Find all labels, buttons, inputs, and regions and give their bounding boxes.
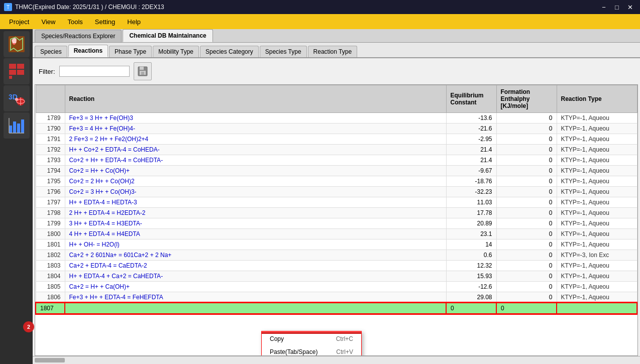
col-header-num bbox=[36, 85, 65, 113]
window-controls: − □ ✕ bbox=[598, 2, 636, 12]
tab-species-reactions-explorer[interactable]: Species/Reactions Explorer bbox=[35, 30, 122, 42]
col-header-type: Reaction Type bbox=[557, 85, 637, 113]
table-row[interactable]: 1793 Co+2 + H+ + EDTA-4 = CoHEDTA- 21.4 … bbox=[36, 155, 637, 166]
edit-reaction-input[interactable] bbox=[69, 305, 270, 312]
context-menu: Copy Ctrl+C Paste(Tab/Space) Ctrl+V Past… bbox=[261, 331, 362, 356]
tab-reactions[interactable]: Reactions bbox=[68, 45, 108, 57]
edit-num-input[interactable] bbox=[40, 305, 60, 312]
svg-rect-4 bbox=[17, 64, 24, 69]
table-container: Reaction EquilibriumConstant FormationEn… bbox=[35, 84, 638, 356]
table-row[interactable]: 1799 3 H+ + EDTA-4 = H3EDTA- 20.89 0 KTY… bbox=[36, 218, 637, 229]
close-button[interactable]: ✕ bbox=[624, 2, 636, 12]
svg-rect-7 bbox=[9, 76, 12, 79]
table-row[interactable]: 1801 H+ + OH- = H2O(l) 14 0 KTYP=-1, Aqu… bbox=[36, 239, 637, 250]
menu-project[interactable]: Project bbox=[4, 16, 34, 28]
content-area: Species/Reactions Explorer Chemical DB M… bbox=[33, 29, 640, 364]
svg-rect-13 bbox=[13, 122, 16, 133]
table-row[interactable]: 1802 Ca+2 + 2 601Na+ = 601Ca+2 + 2 Na+ 0… bbox=[36, 250, 637, 261]
edit-eq-input[interactable] bbox=[451, 305, 491, 312]
badge-2: 2 bbox=[23, 321, 34, 332]
table-row[interactable]: 1803 Ca+2 + EDTA-4 = CaEDTA-2 12.32 0 KT… bbox=[36, 261, 637, 271]
menu-tools[interactable]: Tools bbox=[62, 16, 87, 28]
edit-type-input[interactable] bbox=[561, 305, 631, 312]
tab-phase-type[interactable]: Phase Type bbox=[109, 46, 152, 57]
table-row[interactable]: 1794 Co+2 = H+ + Co(OH)+ -9.67 0 KTYP=-1… bbox=[36, 166, 637, 176]
table-row[interactable]: 1798 2 H+ + EDTA-4 = H2EDTA-2 17.78 0 KT… bbox=[36, 208, 637, 218]
tab-chemical-db[interactable]: Chemical DB Maintainance bbox=[123, 29, 212, 42]
table-row[interactable]: 1789 Fe+3 = 3 H+ + Fe(OH)3 -13.6 0 KTYP=… bbox=[36, 113, 637, 124]
tab-species-type[interactable]: Species Type bbox=[260, 46, 307, 57]
sidebar: 3D bbox=[0, 29, 33, 364]
table-row[interactable]: 1790 Fe+3 = 4 H+ + Fe(OH)4- -21.6 0 KTYP… bbox=[36, 124, 637, 134]
svg-point-11 bbox=[15, 98, 18, 101]
filter-label: Filter: bbox=[39, 68, 55, 75]
sidebar-icon-map[interactable] bbox=[4, 31, 30, 57]
svg-rect-14 bbox=[17, 124, 20, 133]
table-row[interactable]: 1805 Ca+2 = H+ + Ca(OH)+ -12.6 0 KTYP=-1… bbox=[36, 282, 637, 292]
title-bar: T THMC(Expired Date: 2025/1/31 ) / CHEMG… bbox=[0, 0, 640, 14]
table-row[interactable]: 1797 H+ + EDTA-4 = HEDTA-3 11.03 0 KTYP=… bbox=[36, 197, 637, 208]
filter-bar: Filter: bbox=[33, 58, 640, 84]
table-row[interactable]: 1791 2 Fe+3 = 2 H+ + Fe2(OH)2+4 -2.95 0 … bbox=[36, 134, 637, 145]
svg-rect-6 bbox=[17, 70, 24, 75]
sidebar-icon-data[interactable] bbox=[4, 58, 30, 84]
table-row[interactable]: 1806 Fe+3 + H+ + EDTA-4 = FeHEFDTA 29.08… bbox=[36, 292, 637, 303]
menu-setting[interactable]: Setting bbox=[90, 16, 120, 28]
minimize-button[interactable]: − bbox=[598, 2, 610, 12]
main-tab-bar: Species/Reactions Explorer Chemical DB M… bbox=[33, 29, 640, 43]
sidebar-icon-3d[interactable]: 3D bbox=[4, 85, 30, 111]
tab-species-category[interactable]: Species Category bbox=[200, 46, 259, 57]
tab-mobility-type[interactable]: Mobility Type bbox=[153, 46, 199, 57]
svg-rect-19 bbox=[140, 67, 144, 70]
table-edit-row[interactable] bbox=[36, 303, 637, 314]
svg-rect-15 bbox=[21, 119, 24, 133]
sidebar-icon-chart[interactable] bbox=[4, 112, 30, 139]
context-copy[interactable]: Copy Ctrl+C bbox=[262, 332, 361, 345]
col-header-eq: EquilibriumConstant bbox=[446, 85, 496, 113]
svg-rect-21 bbox=[141, 72, 144, 75]
edit-form-input[interactable] bbox=[501, 305, 551, 312]
svg-rect-5 bbox=[9, 70, 16, 75]
menu-view[interactable]: View bbox=[36, 16, 60, 28]
menu-help[interactable]: Help bbox=[122, 16, 146, 28]
secondary-tab-bar: Species Reactions Phase Type Mobility Ty… bbox=[33, 43, 640, 58]
filter-input[interactable] bbox=[59, 66, 130, 77]
reactions-table: Reaction EquilibriumConstant FormationEn… bbox=[35, 85, 637, 314]
table-row[interactable]: 1804 H+ + EDTA-4 + Ca+2 = CaHEDTA- 15.93… bbox=[36, 271, 637, 282]
menu-bar: Project View Tools Setting Help bbox=[0, 14, 640, 29]
tab-reaction-type[interactable]: Reaction Type bbox=[308, 46, 358, 57]
table-row[interactable]: 1792 H+ + Co+2 + EDTA-4 = CoHEDA- 21.4 0… bbox=[36, 145, 637, 155]
title-text: THMC(Expired Date: 2025/1/31 ) / CHEMGUI… bbox=[15, 4, 164, 11]
svg-rect-12 bbox=[9, 126, 12, 133]
tab-species[interactable]: Species bbox=[35, 46, 67, 57]
table-row[interactable]: 1796 Co+2 = 3 H+ + Co(OH)3- -32.23 0 KTY… bbox=[36, 187, 637, 197]
table-row[interactable]: 1795 Co+2 = 2 H+ + Co(OH)2 -18.76 0 KTYP… bbox=[36, 176, 637, 187]
table-scroll[interactable]: Reaction EquilibriumConstant FormationEn… bbox=[35, 85, 637, 355]
context-paste-tab-space[interactable]: Paste(Tab/Space) Ctrl+V bbox=[262, 345, 361, 356]
svg-rect-3 bbox=[9, 64, 16, 69]
save-button[interactable] bbox=[134, 62, 152, 80]
horizontal-scrollbar[interactable] bbox=[33, 356, 640, 364]
col-header-form: FormationEnthalphy[KJ/mole] bbox=[496, 85, 557, 113]
maximize-button[interactable]: □ bbox=[611, 2, 623, 12]
table-row[interactable]: 1800 4 H+ + EDTA-4 = H4EDTA 23.1 0 KTYP=… bbox=[36, 229, 637, 239]
app-icon: T bbox=[4, 3, 12, 11]
col-header-reaction: Reaction bbox=[65, 85, 446, 113]
main-container: 3D Species/Reactions Explorer bbox=[0, 29, 640, 364]
